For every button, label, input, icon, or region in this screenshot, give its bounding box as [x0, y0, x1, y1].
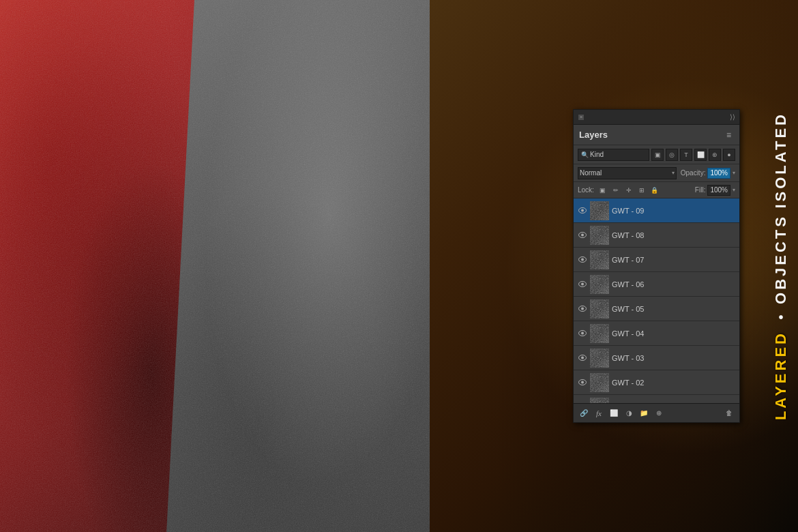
layer-thumbnail — [590, 201, 609, 220]
opacity-value-input[interactable]: 100% — [707, 168, 730, 179]
layer-visibility-toggle[interactable] — [578, 206, 587, 216]
layer-name: GWT - 09 — [612, 207, 735, 215]
blend-mode-value: Normal — [580, 169, 602, 177]
svg-point-11 — [581, 332, 584, 335]
layer-thumbnail — [590, 349, 609, 368]
vertical-text-isolated: ISOLATED — [772, 112, 790, 209]
panel-bottom-toolbar: 🔗 fx ⬜ ◑ 📁 ⊕ 🗑 — [574, 403, 739, 422]
lock-paint-button[interactable]: ✏ — [610, 185, 621, 196]
layer-name: GWT - 06 — [612, 280, 735, 289]
layer-name: GWT - 02 — [612, 379, 735, 387]
layer-thumbnail — [590, 250, 609, 269]
mask-button[interactable]: ⬜ — [608, 407, 620, 419]
vertical-text-objects: OBJECTS — [772, 214, 790, 304]
layer-thumbnail — [590, 226, 609, 245]
layer-item[interactable]: GWT - 02 — [574, 370, 739, 395]
close-icon: × — [580, 114, 583, 120]
layer-visibility-toggle[interactable] — [578, 402, 587, 404]
layer-visibility-toggle[interactable] — [578, 255, 587, 265]
layer-visibility-toggle[interactable] — [578, 378, 587, 387]
panel-close-button[interactable]: × — [578, 114, 585, 121]
svg-point-5 — [581, 258, 584, 261]
blend-opacity-row: Normal ▾ Opacity: 100% ▾ — [574, 164, 739, 182]
lock-fill-row: Lock: ▣ ✏ ✛ ⊞ 🔒 Fill: 100% ▾ — [574, 182, 739, 198]
layer-item[interactable]: GWT - 08 — [574, 223, 739, 248]
layer-item[interactable]: GWT - 06 — [574, 272, 739, 297]
fill-dropdown-arrow[interactable]: ▾ — [733, 187, 735, 193]
filter-search-box[interactable]: 🔍 Kind — [578, 149, 649, 161]
titlebar-left: × — [578, 114, 585, 121]
lock-all-button[interactable]: 🔒 — [649, 185, 660, 196]
filter-pixel-button[interactable]: ▣ — [651, 149, 664, 161]
vertical-text-container: ISOLATED OBJECTS • LAYERED — [764, 0, 798, 532]
blend-mode-select[interactable]: Normal ▾ — [578, 167, 677, 179]
new-layer-button[interactable]: ⊕ — [653, 407, 665, 419]
adjustment-button[interactable]: ◑ — [623, 407, 635, 419]
link-layers-button[interactable]: 🔗 — [578, 407, 590, 419]
filter-row: 🔍 Kind ▣ ◎ T ⬜ ⊛ ● — [574, 145, 739, 164]
svg-point-7 — [581, 283, 584, 286]
filter-icons-group: ▣ ◎ T ⬜ ⊛ ● — [651, 149, 735, 161]
opacity-group: Opacity: 100% ▾ — [681, 168, 735, 179]
layer-visibility-toggle[interactable] — [578, 329, 587, 338]
layer-item[interactable]: GWT - 09 — [574, 198, 739, 223]
layer-thumbnail — [590, 324, 609, 343]
opacity-dropdown-arrow[interactable]: ▾ — [733, 170, 735, 176]
layer-item[interactable]: GWT - 04 — [574, 321, 739, 346]
fill-label: Fill: — [695, 186, 706, 194]
layer-name: GWT - 05 — [612, 305, 735, 313]
layer-name: GWT - 07 — [612, 256, 735, 264]
layer-visibility-toggle[interactable] — [578, 304, 587, 314]
opacity-label: Opacity: — [681, 169, 706, 177]
filter-smart-button[interactable]: ⊛ — [709, 149, 721, 161]
fill-value-input[interactable]: 100% — [707, 185, 730, 196]
svg-point-9 — [581, 308, 584, 310]
svg-point-13 — [581, 357, 584, 359]
vertical-text-layered: LAYERED — [772, 331, 790, 420]
search-icon: 🔍 — [581, 151, 589, 158]
lock-artboard-button[interactable]: ⊞ — [636, 185, 647, 196]
layer-thumbnail — [590, 275, 609, 294]
layers-panel: × ⟩⟩ Layers ≡ 🔍 Kind ▣ ◎ T ⬜ ⊛ ● Normal … — [573, 109, 740, 423]
filter-adjustment-button[interactable]: ◎ — [666, 149, 678, 161]
panel-header: Layers ≡ — [574, 125, 739, 145]
panel-titlebar: × ⟩⟩ — [574, 110, 739, 125]
vertical-dot: • — [778, 310, 783, 325]
layer-item[interactable]: GWT - 01 — [574, 395, 739, 403]
panel-expand-icon[interactable]: ⟩⟩ — [730, 113, 735, 121]
lock-position-button[interactable]: ✛ — [623, 185, 634, 196]
layer-name: GWT - 03 — [612, 354, 735, 362]
filter-kind-label: Kind — [590, 151, 604, 158]
layer-visibility-toggle[interactable] — [578, 280, 587, 289]
layer-visibility-toggle[interactable] — [578, 231, 587, 240]
blend-mode-arrow: ▾ — [672, 170, 675, 176]
svg-point-3 — [581, 234, 584, 237]
lock-transparent-button[interactable]: ▣ — [597, 185, 608, 196]
lock-label: Lock: — [578, 186, 594, 194]
layer-thumbnail — [590, 373, 609, 392]
layer-visibility-toggle[interactable] — [578, 353, 587, 363]
fill-group: Fill: 100% ▾ — [695, 185, 735, 196]
layer-name: GWT - 04 — [612, 329, 735, 338]
layer-item[interactable]: GWT - 07 — [574, 248, 739, 272]
svg-point-1 — [581, 209, 584, 212]
new-group-button[interactable]: 📁 — [638, 407, 650, 419]
layer-item[interactable]: GWT - 03 — [574, 346, 739, 370]
layers-list: GWT - 09 GWT - 08 — [574, 198, 739, 403]
filter-shape-button[interactable]: ⬜ — [694, 149, 707, 161]
svg-point-15 — [581, 381, 584, 384]
fx-button[interactable]: fx — [593, 407, 605, 419]
layer-item[interactable]: GWT - 05 — [574, 297, 739, 321]
filter-type-button[interactable]: T — [680, 149, 692, 161]
delete-layer-button[interactable]: 🗑 — [723, 407, 735, 419]
layer-name: GWT - 08 — [612, 231, 735, 239]
panel-title: Layers — [579, 130, 608, 140]
layer-thumbnail — [590, 299, 609, 319]
filter-toggle-button[interactable]: ● — [723, 149, 735, 161]
layer-name: GWT - 01 — [612, 403, 735, 404]
layer-thumbnail — [590, 398, 609, 404]
panel-menu-button[interactable]: ≡ — [724, 129, 734, 141]
